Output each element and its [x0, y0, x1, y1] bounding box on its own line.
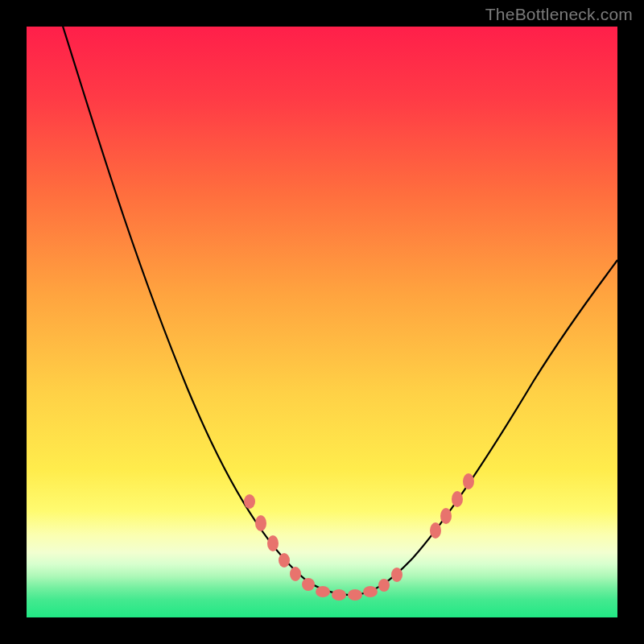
curve-path: [60, 27, 617, 595]
svg-point-6: [302, 578, 315, 591]
svg-point-13: [430, 522, 441, 539]
watermark-text: TheBottleneck.com: [485, 5, 633, 24]
svg-point-5: [290, 567, 301, 581]
svg-point-1: [244, 494, 255, 509]
plot-area: [27, 27, 617, 617]
svg-point-15: [452, 491, 463, 507]
svg-point-14: [440, 508, 452, 524]
svg-point-2: [255, 515, 266, 531]
curve-markers: [244, 473, 474, 601]
bottleneck-curve: [27, 27, 617, 617]
svg-point-12: [391, 568, 402, 582]
svg-point-10: [363, 586, 378, 597]
svg-point-16: [463, 473, 474, 489]
svg-point-4: [279, 553, 290, 568]
svg-point-11: [378, 579, 390, 592]
svg-point-3: [267, 535, 279, 551]
svg-point-8: [332, 589, 346, 601]
svg-point-9: [348, 589, 362, 601]
svg-point-7: [316, 586, 330, 597]
chart-frame: TheBottleneck.com: [0, 0, 644, 644]
